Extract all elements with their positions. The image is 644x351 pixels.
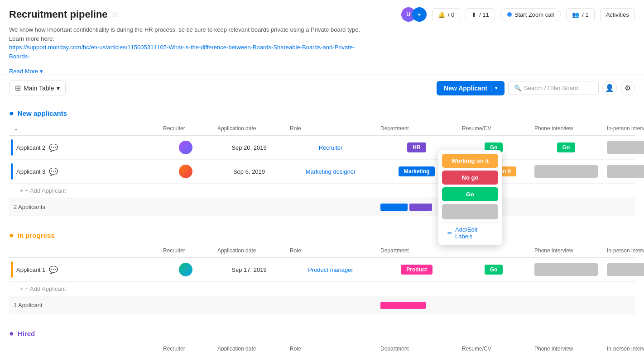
activities-label: Activities xyxy=(606,11,629,18)
cell-date: Sep 20, 2019 xyxy=(213,142,285,153)
column-headers-new-applicants: ⌄ Recruiter Application date Role Depart… xyxy=(9,122,635,136)
col-department: Department xyxy=(376,122,457,135)
role-link[interactable]: Recruiter xyxy=(319,144,343,151)
status-badge[interactable]: Go xyxy=(557,142,576,152)
dept-badge[interactable]: Product xyxy=(401,265,432,275)
activities-button[interactable]: Activities xyxy=(600,8,635,21)
avatar-group: U + xyxy=(401,7,427,22)
chevron-down-icon: ▾ xyxy=(57,85,60,92)
cell-date: Sep 17, 2019 xyxy=(213,265,285,275)
add-applicant-button[interactable]: + + Add Applicant xyxy=(9,184,635,198)
toolbar: ⊞ Main Table ▾ New Applicant ▾ 🔍 Search … xyxy=(0,75,644,101)
add-applicant-button[interactable]: + + Add Applicant xyxy=(9,282,635,296)
read-more-button[interactable]: Read More ▾ xyxy=(9,68,43,75)
row-indicator xyxy=(11,261,13,278)
row-name-cell: Applicant 3 💬 xyxy=(9,160,159,183)
col-department: Department xyxy=(376,342,457,351)
dropdown-arrow-icon: ▾ xyxy=(495,85,497,90)
group-collapse-icon[interactable]: ● xyxy=(9,109,14,118)
dropdown-item-nogo[interactable]: No go xyxy=(442,171,498,185)
dropdown-item-go[interactable]: Go xyxy=(442,187,498,201)
avatar xyxy=(179,165,192,178)
person-circle-icon: 👤 xyxy=(605,84,614,92)
col-recruiter: Recruiter xyxy=(159,122,213,135)
status-badge[interactable] xyxy=(534,165,598,178)
row-name-cell: Applicant 2 💬 xyxy=(9,136,159,159)
col-recruiter: Recruiter xyxy=(159,342,213,351)
summary-row: 2 Applicants xyxy=(9,198,635,216)
cell-recruiter xyxy=(159,139,213,156)
main-table-label: Main Table xyxy=(24,85,54,92)
col-app-date: Application date xyxy=(213,122,285,135)
notifications-button[interactable]: 🔔 / 0 xyxy=(432,8,460,21)
dept-badge[interactable]: Marketing xyxy=(399,166,435,176)
star-icon[interactable]: ☆ xyxy=(111,9,119,19)
role-link[interactable]: Marketing designer xyxy=(306,168,356,175)
cell-recruiter xyxy=(159,163,213,180)
dropdown-item-empty[interactable] xyxy=(442,204,498,219)
search-box[interactable]: 🔍 Search / Filter Board xyxy=(508,81,599,95)
status-badge[interactable]: Go xyxy=(485,265,503,275)
col-resume xyxy=(457,244,530,257)
table-row: Applicant 2 💬 Sep 20, 2019 Recruiter HR … xyxy=(9,136,635,160)
plus-icon: + xyxy=(20,285,24,292)
add-edit-labels-button[interactable]: ✏ Add/Edit Labels xyxy=(442,222,498,242)
group-header-hired: ● Hired xyxy=(9,322,635,342)
group-collapse-icon[interactable]: ● xyxy=(9,231,14,240)
status-badge[interactable] xyxy=(607,165,644,178)
pencil-icon: ✏ xyxy=(447,230,452,237)
col-app-date: Application date xyxy=(213,244,285,257)
col-phone: Phone interview xyxy=(530,122,602,135)
cell-inperson xyxy=(602,261,644,278)
toolbar-right: New Applicant ▾ 🔍 Search / Filter Board … xyxy=(437,81,635,95)
column-headers-in-progress: Recruiter Application date Role Departme… xyxy=(9,244,635,258)
updates-button[interactable]: ⬆ / 11 xyxy=(466,8,495,21)
support-link[interactable]: https://support.monday.com/hc/en-us/arti… xyxy=(9,44,355,60)
summary-bar xyxy=(376,300,457,311)
col-name: ⌄ xyxy=(9,122,159,135)
bar-segment xyxy=(380,204,408,211)
page-header: Recruitment pipeline ☆ U + 🔔 / 0 ⬆ / 11 … xyxy=(0,0,644,75)
dept-badge[interactable]: HR xyxy=(407,142,426,152)
cell-resume: Go xyxy=(457,263,530,276)
expand-icon[interactable]: ⌄ xyxy=(14,125,18,132)
table-grid-icon: ⊞ xyxy=(15,84,21,92)
cell-phone: Go xyxy=(530,141,602,154)
cell-inperson xyxy=(602,163,644,180)
search-icon: 🔍 xyxy=(514,85,521,91)
zoom-call-button[interactable]: Start Zoom call xyxy=(500,8,561,21)
persons-button[interactable]: 👥 / 1 xyxy=(566,8,594,21)
col-inperson: In-person interview xyxy=(602,244,644,257)
group-title-in-progress: In progress xyxy=(18,232,55,239)
col-app-date: Application date xyxy=(213,342,285,351)
header-actions: U + 🔔 / 0 ⬆ / 11 Start Zoom call 👥 / 1 A… xyxy=(401,7,635,22)
comment-icon[interactable]: 💬 xyxy=(49,167,58,176)
title-area: Recruitment pipeline ☆ xyxy=(9,9,119,20)
new-applicant-button[interactable]: New Applicant ▾ xyxy=(437,81,505,95)
add-applicant-label: + Add Applicant xyxy=(25,187,66,194)
persons-count: / 1 xyxy=(582,11,588,18)
col-role: Role xyxy=(285,122,376,135)
role-link[interactable]: Product manager xyxy=(308,266,353,273)
col-recruiter: Recruiter xyxy=(159,244,213,257)
status-badge[interactable] xyxy=(534,263,598,276)
status-badge[interactable] xyxy=(607,141,644,154)
dropdown-item-working[interactable]: Working on it xyxy=(442,154,498,168)
col-role: Role xyxy=(285,342,376,351)
settings-button[interactable]: ⚙ xyxy=(620,81,635,95)
page-title: Recruitment pipeline xyxy=(9,9,108,20)
col-phone: Phone interview xyxy=(530,342,602,351)
group-title-hired: Hired xyxy=(18,330,35,337)
group-collapse-icon[interactable]: ● xyxy=(9,329,14,338)
person-circle-button[interactable]: 👤 xyxy=(602,81,617,95)
main-table-button[interactable]: ⊞ Main Table ▾ xyxy=(9,81,66,95)
table-area: ● New applicants ⌄ Recruiter Application… xyxy=(0,101,644,351)
col-resume: Resume/CV xyxy=(457,342,530,351)
row-name: Applicant 1 xyxy=(16,266,45,273)
comment-icon[interactable]: 💬 xyxy=(49,143,58,152)
status-badge[interactable] xyxy=(607,263,644,276)
comment-icon[interactable]: 💬 xyxy=(49,266,58,274)
button-divider xyxy=(491,85,491,92)
col-inperson: In-person interview xyxy=(602,122,644,135)
col-department: Department xyxy=(376,244,457,257)
